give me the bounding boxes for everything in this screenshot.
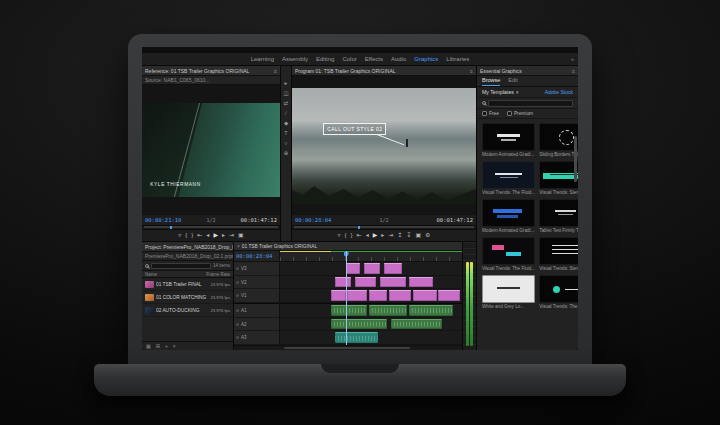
monitor-settings-icon[interactable]: ⚙	[425, 232, 430, 238]
track-header-v3[interactable]: V3	[234, 262, 279, 276]
track-header-a1[interactable]: A1	[234, 303, 279, 318]
timeline-track-a2[interactable]	[280, 318, 462, 332]
tab-browse[interactable]: Browse	[482, 77, 500, 86]
timeline-track-a1[interactable]	[280, 303, 462, 318]
timeline-clip[interactable]	[413, 290, 437, 301]
ripple-edit-tool-icon[interactable]: ⇄	[284, 100, 289, 106]
source-clip-tab[interactable]: Source: NAB1_C065_0610...	[145, 77, 210, 83]
project-row[interactable]: 02 AUTO-DUCKING 23.976 fps	[142, 304, 233, 317]
track-toggle-icon[interactable]	[236, 323, 239, 326]
program-scrubber[interactable]	[292, 225, 476, 230]
close-icon[interactable]: ×	[237, 244, 240, 249]
add-marker-icon[interactable]: ▿	[178, 232, 181, 238]
sequence-tab[interactable]: 01 TSB Trailer Graphics ORIGINAL	[242, 244, 317, 249]
panel-menu-icon[interactable]: ≡	[470, 68, 473, 74]
source-playback-resolution[interactable]: 1/2	[206, 217, 215, 223]
go-to-out-icon[interactable]: ⇥	[229, 232, 234, 238]
mark-in-icon[interactable]: {	[345, 232, 347, 238]
track-header-a2[interactable]: A2	[234, 318, 279, 332]
program-playback-resolution[interactable]: 1/2	[379, 217, 388, 223]
project-panel-tab[interactable]: Project: PremierePro_NAB2018_Drop_02.1	[145, 244, 233, 250]
track-header-a3[interactable]: A3	[234, 331, 279, 345]
timeline-clip[interactable]	[335, 277, 351, 288]
timeline-track-a3[interactable]	[280, 331, 462, 345]
timeline-clip[interactable]	[438, 290, 460, 301]
track-toggle-icon[interactable]	[236, 336, 239, 339]
templates-source-dropdown[interactable]: My Templates ▾	[482, 89, 518, 95]
timeline-playhead[interactable]	[346, 251, 347, 345]
go-to-out-icon[interactable]: ⇥	[388, 232, 393, 238]
workspace-tab-audio[interactable]: Audio	[391, 56, 406, 62]
workspace-tab-libraries[interactable]: Libraries	[446, 56, 469, 62]
timeline-clip[interactable]	[331, 319, 387, 330]
templates-search-input[interactable]	[488, 100, 573, 107]
project-breadcrumb[interactable]: PremierePro_NAB2018_Drop_02.1.prproj	[145, 253, 233, 259]
list-view-icon[interactable]: ▦	[146, 343, 151, 349]
template-item[interactable]: Tablet Text Firmly Title...	[539, 199, 578, 233]
template-item[interactable]: Modern Animated Gradi...	[482, 199, 535, 233]
workspace-tab-assembly[interactable]: Assembly	[282, 56, 308, 62]
lift-icon[interactable]: ↥	[397, 232, 402, 238]
scrollbar-thumb[interactable]	[284, 347, 409, 349]
template-item[interactable]: Visual Trends: Stereo &...	[539, 237, 578, 271]
template-thumbnail[interactable]	[539, 123, 578, 151]
program-monitor-tab[interactable]: Program 01: TSB Trailer Graphics ORIGINA…	[295, 68, 396, 74]
templates-scrollbar[interactable]	[574, 136, 577, 182]
template-thumbnail[interactable]	[482, 275, 535, 303]
workspace-tab-color[interactable]: Color	[342, 56, 356, 62]
template-item[interactable]: Visual Trends: The Fluid...	[482, 237, 535, 271]
track-select-tool-icon[interactable]: ◫	[283, 90, 288, 96]
mark-out-icon[interactable]: }	[191, 232, 193, 238]
step-back-icon[interactable]: ◂	[366, 232, 369, 238]
timeline-clip[interactable]	[331, 290, 346, 301]
track-toggle-icon[interactable]	[236, 294, 239, 297]
template-thumbnail[interactable]	[539, 161, 578, 189]
template-thumbnail[interactable]	[539, 237, 578, 265]
template-item[interactable]: Visual Trends: The Fluid...	[539, 275, 578, 309]
mark-out-icon[interactable]: }	[351, 232, 353, 238]
adobe-stock-link[interactable]: Adobe Stock	[544, 89, 573, 95]
export-frame-icon[interactable]: ▣	[238, 232, 244, 238]
essential-graphics-tab[interactable]: Essential Graphics	[480, 68, 522, 74]
template-thumbnail[interactable]	[482, 161, 535, 189]
filter-premium-checkbox[interactable]: Premium	[507, 111, 533, 116]
delete-item-icon[interactable]: ×	[173, 343, 176, 349]
project-row[interactable]: 01 TSB Trailer FINAL 23.976 fps	[142, 278, 233, 291]
program-scrub-playhead[interactable]	[358, 226, 360, 229]
workspace-tab-editing[interactable]: Editing	[316, 56, 334, 62]
workspace-tab-learning[interactable]: Learning	[251, 56, 274, 62]
template-item[interactable]: Modern Animated Gradi...	[482, 123, 535, 157]
source-video-frame[interactable]: KYLE THIERMANN	[142, 103, 280, 197]
template-thumbnail[interactable]	[482, 237, 535, 265]
zoom-tool-icon[interactable]: ⊕	[284, 150, 289, 156]
hand-tool-icon[interactable]: ○	[284, 140, 287, 146]
template-thumbnail[interactable]	[539, 275, 578, 303]
timeline-clip[interactable]	[369, 305, 407, 316]
timeline-clip[interactable]	[335, 332, 379, 343]
panel-menu-icon[interactable]: ≡	[274, 68, 277, 74]
export-frame-icon[interactable]: ▣	[415, 232, 421, 238]
go-to-in-icon[interactable]: ⇤	[197, 232, 202, 238]
timeline-clip[interactable]	[331, 305, 367, 316]
callout-title-overlay[interactable]: CALL OUT STYLE 02	[323, 123, 386, 135]
template-item[interactable]: White and Grey Lo...	[482, 275, 535, 309]
workspace-tab-graphics[interactable]: Graphics	[414, 56, 438, 62]
template-thumbnail[interactable]	[482, 123, 535, 151]
timeline-clip[interactable]	[347, 290, 367, 301]
workspace-overflow-icon[interactable]: »	[571, 56, 574, 62]
timeline-track-v1[interactable]	[280, 289, 462, 303]
template-thumbnail[interactable]	[482, 199, 535, 227]
program-video-frame[interactable]: CALL OUT STYLE 02	[292, 88, 476, 204]
timeline-clip[interactable]	[355, 277, 377, 288]
tab-edit[interactable]: Edit	[508, 77, 517, 86]
column-header-name[interactable]: Name	[145, 272, 157, 277]
checkbox-icon[interactable]	[507, 111, 512, 116]
workspace-tab-effects[interactable]: Effects	[365, 56, 383, 62]
slip-tool-icon[interactable]: ◆	[284, 120, 288, 126]
play-icon[interactable]: ▶	[213, 232, 218, 238]
timeline-clip[interactable]	[364, 263, 380, 274]
timeline-clip[interactable]	[369, 290, 387, 301]
track-header-v2[interactable]: V2	[234, 276, 279, 290]
project-row[interactable]: 01 COLOR MATCHING 23.976 fps	[142, 291, 233, 304]
timeline-clip[interactable]	[380, 277, 405, 288]
